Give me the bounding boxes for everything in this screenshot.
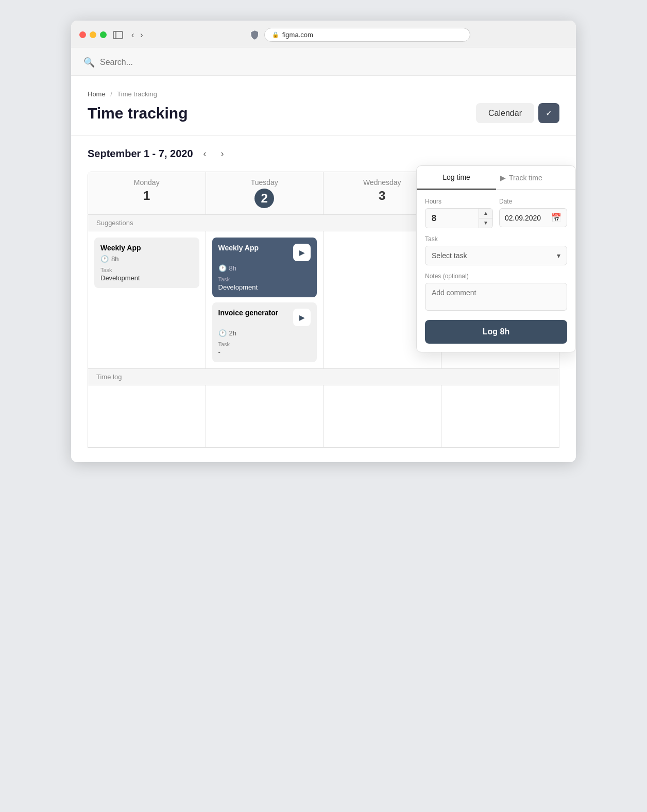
date-input-wrapper[interactable]: 02.09.2020 📅	[499, 208, 567, 227]
day-name-tuesday: Tuesday	[210, 178, 319, 187]
nav-arrows: ‹ ›	[129, 29, 145, 41]
clock-icon: 🕐	[100, 255, 109, 263]
breadcrumb-separator: /	[110, 90, 112, 98]
hours-field: Hours 8 ▲ ▼	[425, 198, 493, 228]
card-task-name-tuesday-2: -	[218, 348, 311, 356]
breadcrumb: Home / Time tracking	[88, 90, 559, 98]
card-task-label-tuesday: Task	[218, 276, 311, 282]
card-hours-monday: 8h	[111, 255, 118, 263]
card-task-name-monday: Development	[100, 274, 193, 282]
check-button[interactable]: ✓	[538, 103, 559, 123]
tab-track-time[interactable]: ▶ Track time	[496, 166, 575, 189]
timelog-label: Time log	[88, 369, 559, 385]
log-hours-button[interactable]: Log 8h	[425, 320, 567, 344]
breadcrumb-home[interactable]: Home	[88, 90, 106, 98]
page-title: Time tracking	[88, 105, 188, 122]
calendar-button[interactable]: Calendar	[476, 103, 534, 123]
next-week-button[interactable]: ›	[217, 146, 228, 161]
timelog-cell-thursday	[441, 385, 559, 447]
timelog-grid	[88, 385, 559, 447]
suggestion-card-monday[interactable]: Weekly App 🕐 8h Task Development	[94, 238, 199, 288]
date-range-label: September 1 - 7, 2020	[88, 148, 193, 160]
hours-increment[interactable]: ▲	[479, 209, 492, 218]
task-field-label: Task	[425, 235, 567, 243]
timelog-cell-wednesday	[324, 385, 441, 447]
timelog-cell-tuesday	[206, 385, 324, 447]
calendar-grid-wrapper: Monday 1 Tuesday 2 Wednesday 3 Thursday …	[88, 172, 559, 448]
card-task-label-tuesday-2: Task	[218, 341, 311, 347]
suggestion-card-tuesday[interactable]: Weekly App ▶ 🕐 8h Task Development	[212, 238, 317, 297]
search-section: 🔍	[71, 47, 576, 76]
hours-label: Hours	[425, 198, 493, 205]
play-button-tuesday[interactable]: ▶	[293, 244, 311, 261]
shield-icon	[249, 29, 260, 41]
log-time-panel: Log time ▶ Track time H	[416, 165, 576, 352]
back-button[interactable]: ‹	[129, 29, 136, 41]
clock-icon-tuesday-2: 🕐	[218, 329, 227, 337]
card-hours-tuesday-2: 2h	[229, 329, 236, 337]
play-icon-2: ▶	[299, 313, 305, 322]
suggestion-cell-tuesday: Weekly App ▶ 🕐 8h Task Development	[206, 231, 324, 368]
address-bar[interactable]: 🔒 figma.com	[264, 28, 470, 42]
maximize-button[interactable]	[100, 31, 107, 38]
day-name-monday: Monday	[92, 178, 201, 187]
browser-window: ‹ › 🔒 figma.com 🔍 Home	[71, 21, 576, 462]
card-task-name-tuesday: Development	[218, 283, 311, 291]
date-navigation: September 1 - 7, 2020 ‹ ›	[88, 146, 559, 161]
clock-icon-tuesday: 🕐	[218, 264, 227, 272]
task-select-text: Select task	[432, 251, 467, 260]
card-project-tuesday-2: Invoice generator	[218, 309, 279, 317]
svg-rect-0	[113, 31, 123, 39]
play-button-tuesday-2[interactable]: ▶	[293, 309, 311, 326]
chevron-down-icon: ▾	[557, 251, 560, 260]
timelog-section: Time log	[88, 369, 559, 448]
sidebar-toggle-button[interactable]	[113, 31, 123, 39]
lock-icon: 🔒	[272, 31, 279, 38]
page-header: Time tracking Calendar ✓	[88, 103, 559, 123]
date-label: Date	[499, 198, 567, 205]
card-hours-tuesday: 8h	[229, 264, 236, 272]
day-header-monday: Monday 1	[88, 172, 206, 214]
task-select[interactable]: Select task ▾	[425, 246, 567, 265]
card-time-tuesday: 🕐 8h	[218, 264, 311, 272]
day-number-monday: 1	[92, 189, 201, 203]
address-bar-area: 🔒 figma.com	[151, 28, 568, 42]
timelog-cell-monday	[88, 385, 206, 447]
minimize-button[interactable]	[90, 31, 96, 38]
day-number-tuesday: 2	[254, 189, 274, 208]
notes-input[interactable]	[425, 283, 567, 311]
track-icon: ▶	[500, 174, 506, 182]
date-field: Date 02.09.2020 📅	[499, 198, 567, 228]
panel-body: Hours 8 ▲ ▼ Date	[417, 190, 575, 352]
tab-log-label: Log time	[442, 173, 470, 181]
hours-decrement[interactable]: ▼	[479, 218, 492, 228]
card-time-tuesday-2: 🕐 2h	[218, 329, 311, 337]
search-input[interactable]	[100, 58, 564, 67]
check-icon: ✓	[546, 109, 552, 117]
calendar-icon-button[interactable]: 📅	[551, 213, 561, 223]
panel-tabs: Log time ▶ Track time	[417, 166, 575, 190]
tab-log-time[interactable]: Log time	[417, 166, 496, 190]
hours-value: 8	[425, 210, 479, 227]
hours-input-wrapper: 8 ▲ ▼	[425, 208, 493, 228]
hours-spinners: ▲ ▼	[479, 209, 492, 228]
main-content: Home / Time tracking Time tracking Calen…	[71, 76, 576, 462]
breadcrumb-current: Time tracking	[117, 90, 157, 98]
play-icon: ▶	[299, 248, 305, 257]
day-header-tuesday: Tuesday 2	[206, 172, 324, 214]
header-actions: Calendar ✓	[476, 103, 559, 123]
hours-date-row: Hours 8 ▲ ▼ Date	[425, 198, 567, 228]
forward-button[interactable]: ›	[138, 29, 145, 41]
suggestion-cell-monday: Weekly App 🕐 8h Task Development	[88, 231, 206, 368]
date-value: 02.09.2020	[505, 214, 547, 222]
prev-week-button[interactable]: ‹	[199, 146, 211, 161]
search-icon: 🔍	[83, 57, 95, 68]
divider	[71, 136, 576, 136]
card-project-monday: Weekly App	[100, 244, 141, 252]
tab-track-label: Track time	[509, 174, 542, 182]
traffic-lights	[79, 31, 107, 38]
card-time-monday: 🕐 8h	[100, 255, 193, 263]
card-project-tuesday: Weekly App	[218, 244, 259, 252]
suggestion-card-tuesday-2[interactable]: Invoice generator ▶ 🕐 2h Task	[212, 302, 317, 362]
close-button[interactable]	[79, 31, 86, 38]
